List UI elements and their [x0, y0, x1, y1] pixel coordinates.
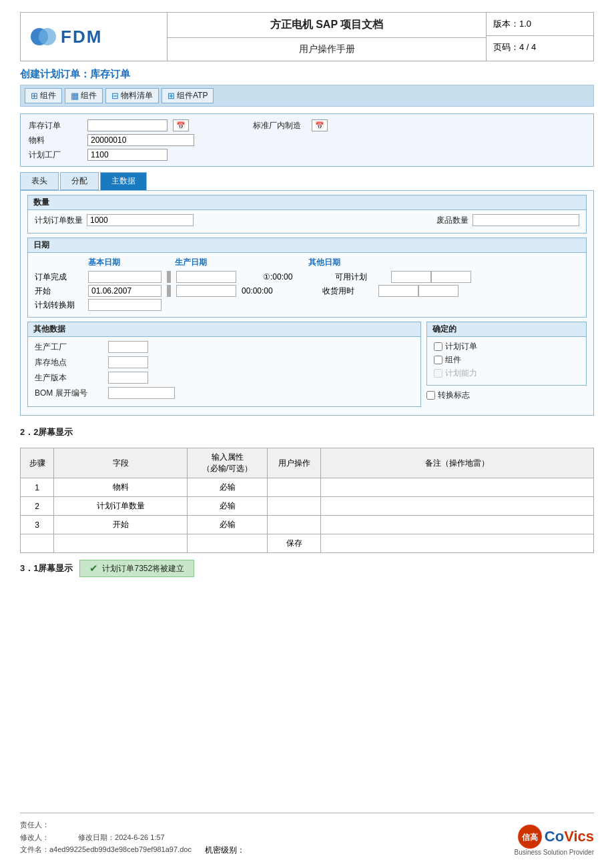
confirmed-header: 确定的	[427, 322, 586, 337]
tab-assign[interactable]: 分配	[60, 172, 99, 190]
table-row: 3 开始 必输	[21, 516, 594, 534]
footer-secret-label: 机密级别：	[205, 845, 515, 856]
storage-location-label: 库存地点	[35, 357, 95, 368]
toolbar-btn-atp[interactable]: ⊞ 组件ATP	[162, 88, 214, 103]
plan-conversion-label: 计划转换期	[35, 300, 88, 311]
atp-icon: ⊞	[168, 91, 175, 101]
stock-order-calendar-icon[interactable]: 📅	[173, 119, 189, 131]
order-complete-prod-date[interactable]	[176, 271, 236, 283]
header-title-area: 方正电机 SAP 项目文档 用户操作手册	[168, 13, 487, 61]
start-basic-date[interactable]	[88, 285, 162, 297]
toolbar-btn-components2-label: 组件	[81, 90, 97, 101]
plan-conversion-input[interactable]	[88, 299, 162, 311]
cb-planned-order-label: 计划订单	[445, 341, 477, 352]
cell-input-type: 必输	[188, 478, 268, 497]
cell-user-op	[268, 516, 321, 534]
planned-qty-label: 计划订单数量	[35, 215, 83, 226]
components2-icon: ▦	[71, 91, 79, 101]
section22-title: 2．2屏幕显示	[20, 426, 594, 438]
page-title: 创建计划订单：库存订单	[20, 68, 594, 81]
order-complete-label: 订单完成	[35, 272, 88, 283]
cell-step: 2	[21, 497, 54, 516]
quantity-section: 数量 计划订单数量 废品数量	[27, 195, 587, 234]
success-icon: ✔	[89, 562, 98, 574]
toolbar: ⊞ 组件 ▦ 组件 ⊟ 物料清单 ⊞ 组件ATP	[20, 85, 594, 107]
production-plant-input[interactable]	[108, 341, 148, 353]
cb-convert-flag-input[interactable]	[426, 391, 435, 400]
footer-left: 责任人： 修改人： 修改日期：2024-6-26 1:57 文件名：a4ed99…	[20, 819, 192, 856]
toolbar-btn-components1[interactable]: ⊞ 组件	[25, 88, 62, 103]
prod-version-label: 生产版本	[35, 372, 95, 384]
cb-plan-capacity-input	[434, 369, 442, 378]
cell-field	[54, 534, 188, 553]
planned-qty-input[interactable]	[87, 214, 194, 226]
material-input[interactable]	[87, 134, 194, 146]
bom-expand-label: BOM 展开编号	[35, 388, 95, 399]
scrap-qty-input[interactable]	[473, 214, 579, 226]
logo-area: FDM	[21, 13, 168, 61]
cell-user-op	[268, 478, 321, 497]
footer-modify-date: 修改日期：2024-6-26 1:57	[78, 833, 165, 841]
toolbar-btn-bom[interactable]: ⊟ 物料清单	[105, 88, 159, 103]
order-complete-time-prefix: ①:00:00	[263, 272, 292, 282]
plant-input[interactable]	[87, 149, 168, 161]
col-input-type: 输入属性（必输/可选）	[188, 448, 268, 478]
footer: 责任人： 修改人： 修改日期：2024-6-26 1:57 文件名：a4ed99…	[20, 813, 594, 856]
cell-note	[321, 478, 594, 497]
order-complete-basic-date[interactable]	[88, 271, 162, 283]
tab-row: 表头 分配 主数据	[20, 172, 594, 190]
header-sub-title: 用户操作手册	[168, 38, 486, 61]
cb-component-input[interactable]	[434, 356, 442, 364]
cb-component[interactable]: 组件	[434, 354, 579, 366]
standard-calendar-icon[interactable]: 📅	[312, 119, 328, 131]
cell-step: 3	[21, 516, 54, 534]
cell-input-type	[188, 534, 268, 553]
success-text: 计划订单7352将被建立	[102, 563, 184, 574]
footer-secret: 机密级别：	[192, 845, 515, 856]
bom-expand-input[interactable]	[108, 387, 175, 399]
material-label: 物料	[29, 135, 82, 146]
covics-logo: 信高 CoVics	[518, 825, 594, 849]
fdm-logo-icon	[30, 26, 57, 47]
cell-field: 物料	[54, 478, 188, 497]
covics-subtitle: Business Solution Provider	[514, 849, 594, 856]
toolbar-btn-bom-label: 物料清单	[121, 90, 153, 101]
stock-order-label: 库存订单	[29, 120, 82, 131]
footer-modifier: 修改人：	[20, 833, 49, 841]
toolbar-btn-components2[interactable]: ▦ 组件	[65, 88, 103, 103]
production-plant-label: 生产工厂	[35, 342, 95, 353]
cell-field: 计划订单数量	[54, 497, 188, 516]
bom-icon: ⊟	[111, 91, 119, 101]
available-plan-input[interactable]	[391, 271, 431, 283]
cb-planned-order-input[interactable]	[434, 342, 442, 351]
footer-logo-area: 信高 CoVics Business Solution Provider	[514, 825, 594, 856]
goods-receipt-label: 收货用时	[322, 286, 376, 297]
cell-note	[321, 534, 594, 553]
covics-emblem: 信高	[518, 825, 542, 849]
confirmed-section: 确定的 计划订单 组件 计划能力	[426, 322, 587, 386]
cb-plan-capacity[interactable]: 计划能力	[434, 368, 579, 379]
available-plan-input2[interactable]	[431, 271, 471, 283]
tab-header[interactable]: 表头	[20, 172, 59, 190]
cb-planned-order[interactable]: 计划订单	[434, 341, 579, 352]
goods-receipt-input[interactable]	[378, 285, 418, 297]
tab-master[interactable]: 主数据	[100, 172, 147, 190]
start-prod-date[interactable]	[176, 285, 236, 297]
toolbar-btn-components1-label: 组件	[40, 90, 56, 101]
stock-order-input[interactable]	[87, 119, 168, 131]
col-user-op: 用户操作	[268, 448, 321, 478]
fdm-logo-text: FDM	[61, 27, 102, 47]
start-label: 开始	[35, 286, 88, 297]
prod-version-input[interactable]	[108, 372, 148, 384]
header-main-title: 方正电机 SAP 项目文档	[168, 13, 486, 38]
date-col2-label: 生产日期	[175, 257, 255, 268]
section22-table: 步骤 字段 输入属性（必输/可选） 用户操作 备注（操作地雷） 1 物料 必输 …	[20, 448, 594, 553]
sap-form-area: 库存订单 📅 标准厂内制造 📅 物料 计划工厂	[20, 113, 594, 167]
other-data-header: 其他数据	[28, 322, 420, 337]
vics-text: Vics	[564, 828, 594, 845]
bottom-section: 其他数据 生产工厂 库存地点 生产版本	[27, 322, 587, 411]
cb-convert-flag[interactable]: 转换标志	[426, 390, 587, 401]
table-row: 1 物料 必输	[21, 478, 594, 497]
storage-location-input[interactable]	[108, 356, 148, 368]
goods-receipt-input2[interactable]	[418, 285, 458, 297]
